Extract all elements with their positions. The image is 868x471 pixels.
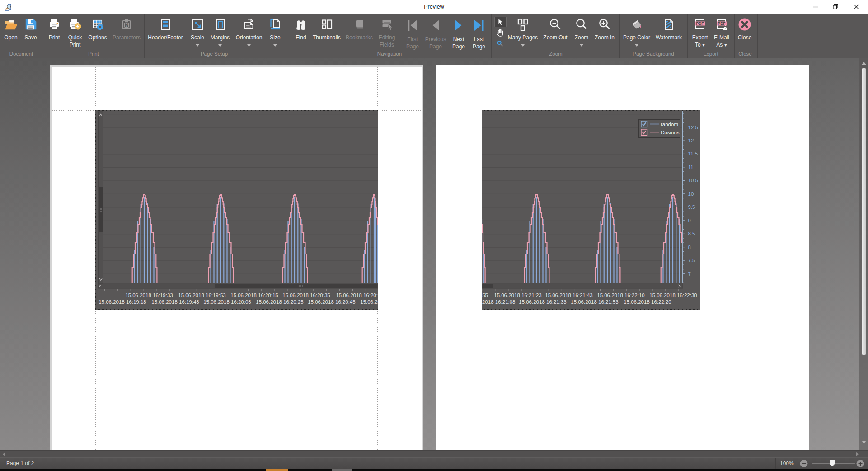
svg-text:15.06.2018 16:19:53: 15.06.2018 16:19:53: [178, 292, 226, 298]
svg-text:9: 9: [688, 218, 691, 223]
svg-text:15.06.2018 16:22:10: 15.06.2018 16:22:10: [597, 292, 645, 298]
svg-text:15.06.2018 16:21:23: 15.06.2018 16:21:23: [494, 292, 542, 298]
svg-text:15.06.2018 16:21:43: 15.06.2018 16:21:43: [545, 292, 593, 298]
svg-text:15.06.2018 16:22:20: 15.06.2018 16:22:20: [624, 299, 671, 305]
svg-text:15.06.2018 16:21:33: 15.06.2018 16:21:33: [519, 299, 567, 305]
svg-text:15.06.2018 16:19:43: 15.06.2018 16:19:43: [151, 299, 199, 305]
svg-text:15.06.2018 16:19:33: 15.06.2018 16:19:33: [125, 292, 173, 298]
svg-text:15.06.2018 16:20:25: 15.06.2018 16:20:25: [256, 299, 304, 305]
svg-text:7.5: 7.5: [688, 258, 695, 263]
svg-text:8: 8: [688, 245, 691, 250]
svg-text:15.06.2018 16:20:55: 15.06.2018 16:20:55: [482, 292, 488, 298]
svg-text:15.06.2018 16:21:05: 15.06.2018 16:21:05: [360, 299, 378, 305]
svg-text:15.06.2018 16:21:08: 15.06.2018 16:21:08: [482, 299, 516, 305]
svg-text:12.5: 12.5: [688, 125, 698, 130]
svg-text:?: ?: [125, 23, 128, 28]
svg-text:15.06.2018 16:21:53: 15.06.2018 16:21:53: [571, 299, 619, 305]
svg-text:random: random: [661, 122, 678, 127]
svg-text:9.5: 9.5: [688, 204, 695, 210]
svg-text:15.06.2018 16:20:45: 15.06.2018 16:20:45: [308, 299, 356, 305]
svg-text:15.06.2018 16:20:15: 15.06.2018 16:20:15: [230, 292, 278, 298]
svg-text:11: 11: [688, 165, 694, 170]
svg-text:12: 12: [688, 138, 694, 143]
svg-text:7: 7: [688, 271, 691, 277]
svg-text:10: 10: [688, 191, 694, 197]
svg-text:15.06.2018 16:20:55: 15.06.2018 16:20:55: [336, 292, 378, 298]
svg-text:10.5: 10.5: [688, 178, 698, 183]
svg-text:15.06.2018 16:20:35: 15.06.2018 16:20:35: [282, 292, 330, 298]
svg-text:8.5: 8.5: [688, 231, 695, 236]
svg-text:PDF: PDF: [718, 21, 726, 26]
svg-text:Cosinus: Cosinus: [661, 130, 680, 135]
svg-text:11.5: 11.5: [688, 151, 698, 156]
svg-text:PDF: PDF: [696, 21, 704, 26]
svg-text:15.06.2018 16:20:03: 15.06.2018 16:20:03: [203, 299, 251, 305]
svg-text:15.06.2018 16:19:18: 15.06.2018 16:19:18: [99, 299, 146, 305]
svg-text:15.06.2018 16:22:30: 15.06.2018 16:22:30: [649, 292, 697, 298]
